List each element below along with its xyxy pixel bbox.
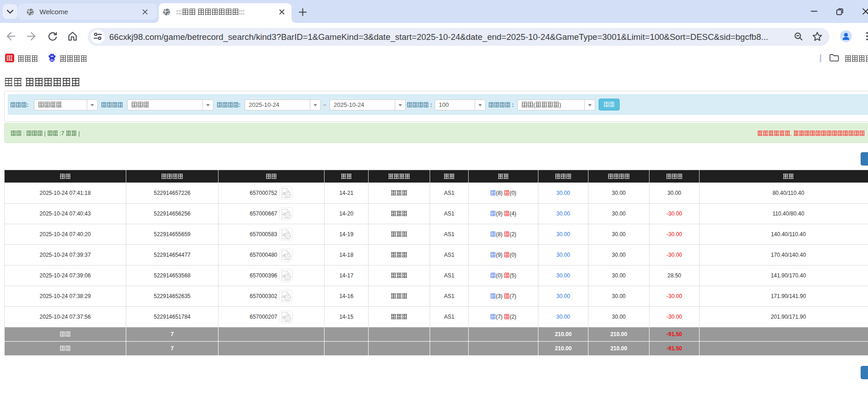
svg-text:du: du — [50, 58, 54, 62]
